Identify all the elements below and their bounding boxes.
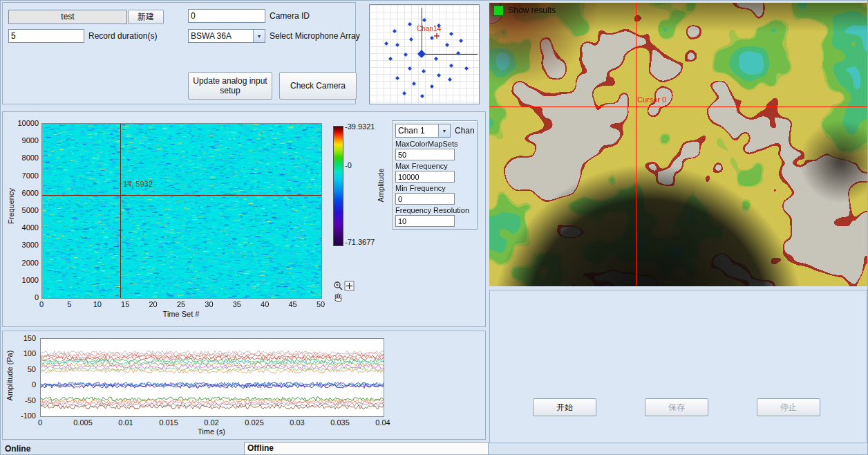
x-tick-label: 15 [121,300,129,308]
offline-status-field: Offline [244,442,489,455]
action-panel: 开始 保存 停止 [489,290,867,443]
mic-array-plot: Chan14 [369,4,480,104]
chevron-down-icon[interactable]: ▼ [253,30,265,42]
max-frequency-input[interactable] [395,171,455,183]
x-tick-label: 20 [149,300,157,308]
new-button[interactable]: 新建 [128,10,164,24]
frequency-resolution-input[interactable] [395,215,455,227]
y-tick-label: 9000 [22,136,39,145]
channel-value: Chan 1 [398,126,437,136]
record-duration-input[interactable] [8,29,84,43]
waveform-plot-frame [40,338,384,417]
x-tick-label: 0.01 [118,418,133,427]
y-tick-label: 10000 [17,119,39,127]
y-tick-label: 6000 [22,189,39,197]
x-tick-label: 50 [317,300,325,308]
chevron-down-icon[interactable]: ▼ [438,124,450,137]
spectrogram-plot-frame [41,123,322,299]
x-tick-label: 45 [288,300,296,308]
x-tick-label: 0.005 [73,418,93,427]
y-tick-label: 5000 [22,206,39,214]
camera-canvas[interactable] [489,3,867,286]
colorbar-mid-label: -0 [345,161,352,169]
min-frequency-label: Min Frequency [395,184,446,192]
channel-label: Chan [455,126,475,136]
spectrogram-cursor-readout: 14, 5932 [123,180,153,188]
amplitude-colorbar [333,126,343,246]
x-tick-label: 0 [39,300,44,308]
y-tick-label: 8000 [22,154,39,162]
mic-array-value: BSWA 36A [191,31,252,41]
x-tick-label: 0.02 [204,418,218,427]
mic-array-label: Select Microphone Array [270,31,360,41]
x-tick-label: 30 [205,300,213,308]
camera-view: Show results Cursor 0 [489,3,867,286]
maxcolormapsets-input[interactable] [395,149,455,160]
spectrogram-canvas[interactable] [42,124,321,298]
spectrogram-x-axis: 05101520253035404550 [41,300,321,310]
y-tick-label: 150 [23,334,36,342]
colorbar-axis-label: Amplitude [377,151,385,220]
mic-array-canvas[interactable] [370,5,479,104]
update-analog-button[interactable]: Update analog input setup [188,72,272,100]
x-tick-label: 0.015 [159,418,178,427]
y-tick-label: 100 [23,349,36,358]
waveform-panel: Amplitude (Pa) 150100500-50-100 00.0050.… [2,331,486,440]
x-tick-label: 0.025 [245,418,264,427]
cursor-crosshair-tool-icon[interactable] [344,281,355,291]
record-duration-label: Record duration(s) [88,31,157,41]
maxcolormapsets-label: MaxColorMapSets [395,140,457,148]
x-tick-label: 5 [67,300,71,308]
waveform-y-axis: 150100500-50-100 [12,338,37,416]
show-results-checkbox[interactable] [493,6,504,16]
y-tick-label: 4000 [22,223,39,232]
colorbar-max-label: -39.9321 [345,122,375,131]
check-camera-button[interactable]: Check Camera [279,72,357,100]
array-cursor-label: Chan14 [417,25,441,32]
stop-button[interactable]: 停止 [757,398,820,416]
camera-id-label: Camera ID [270,11,310,21]
y-tick-label: 3000 [22,241,39,249]
waveform-canvas[interactable] [41,339,384,416]
spectrogram-y-axis: 1000090008000700060005000400030002000100… [12,123,40,297]
x-tick-label: 25 [177,300,185,308]
x-tick-label: 0.035 [330,418,350,427]
y-tick-label: -100 [21,411,36,420]
analysis-controls-box: Chan 1 ▼ Chan MaxColorMapSets Max Freque… [392,120,478,230]
save-button[interactable]: 保存 [645,398,708,416]
x-tick-label: 10 [93,300,102,308]
spectrogram-xlabel: Time Set # [41,310,321,318]
session-name-field[interactable]: test [8,10,127,24]
show-results-label: Show results [508,6,556,15]
online-status-label: Online [5,444,30,454]
waveform-x-axis: 00.0050.010.0150.020.0250.030.0350.04 [40,418,383,428]
x-tick-label: 40 [261,300,269,308]
y-tick-label: 0 [35,293,39,301]
mic-array-dropdown[interactable]: BSWA 36A ▼ [188,29,265,43]
max-frequency-label: Max Frequency [395,162,448,170]
x-tick-label: 35 [233,300,241,308]
waveform-xlabel: Time (s) [40,427,383,436]
colorbar-min-label: -71.3677 [345,238,375,246]
camera-cursor-label: Cursor 0 [637,95,666,104]
y-tick-label: 7000 [22,171,39,180]
x-tick-label: 0.04 [375,418,390,427]
y-tick-label: -50 [25,396,36,405]
start-button[interactable]: 开始 [533,398,596,416]
zoom-tool-icon[interactable] [333,281,343,291]
x-tick-label: 0.03 [290,418,304,427]
frequency-resolution-label: Frequency Resolution [395,206,469,214]
channel-dropdown[interactable]: Chan 1 ▼ [395,124,451,138]
setup-panel: test 新建 Camera ID Record duration(s) BSW… [2,2,356,104]
show-results-control[interactable]: Show results [493,6,556,16]
camera-id-input[interactable] [188,9,265,23]
spectrogram-panel: Frequency 100009000800070006000500040003… [2,111,486,327]
min-frequency-input[interactable] [395,193,455,205]
pan-hand-tool-icon[interactable] [333,292,343,303]
y-tick-label: 2000 [22,259,39,267]
y-tick-label: 50 [28,365,36,373]
x-tick-label: 0 [38,418,42,427]
app-window: test 新建 Camera ID Record duration(s) BSW… [0,0,868,455]
y-tick-label: 0 [32,380,36,389]
y-tick-label: 1000 [22,276,39,284]
